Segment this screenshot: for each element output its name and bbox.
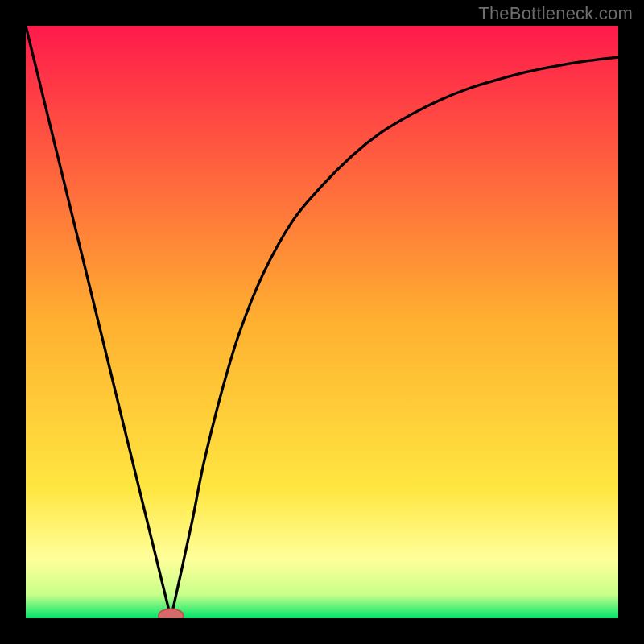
chart-frame: TheBottleneck.com	[0, 0, 644, 644]
minimum-marker	[159, 609, 184, 618]
watermark-text: TheBottleneck.com	[478, 3, 633, 24]
chart-svg	[26, 26, 618, 618]
gradient-background	[26, 26, 618, 618]
plot-area	[26, 26, 618, 618]
